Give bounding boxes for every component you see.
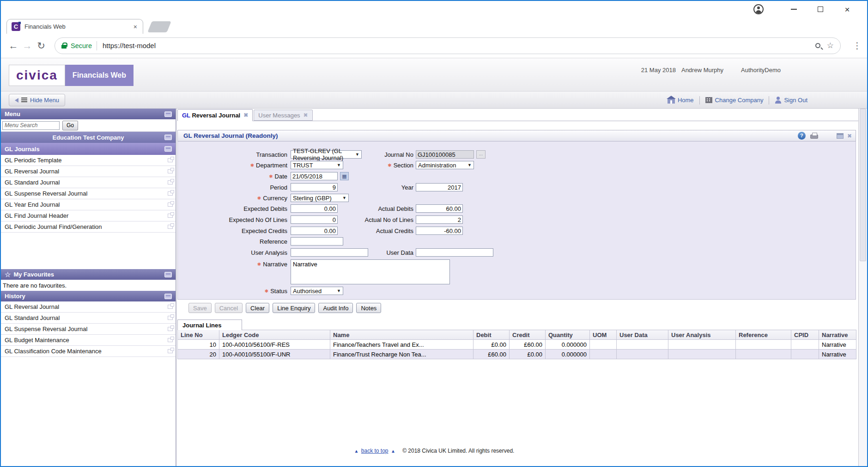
clear-button[interactable]: Clear	[246, 303, 269, 313]
print-icon[interactable]	[810, 135, 818, 139]
menu-header[interactable]: Menu	[1, 109, 176, 119]
open-new-window-icon[interactable]	[168, 316, 173, 320]
panel-icon[interactable]	[164, 272, 172, 277]
bookmark-star-icon[interactable]: ☆	[827, 41, 834, 50]
open-new-window-icon[interactable]	[168, 191, 173, 196]
close-tab-icon[interactable]: ✖	[303, 112, 308, 118]
sidebar-item-gl-suspense-reversal-journal[interactable]: GL Suspense Reversal Journal	[1, 188, 176, 199]
civica-logo: civica Financials Web	[9, 65, 134, 86]
col-quantity[interactable]: Quantity	[546, 330, 590, 340]
new-tab-button[interactable]	[147, 21, 171, 32]
close-button[interactable]: ×	[834, 3, 861, 16]
tab-user-messages[interactable]: User Messages ✖	[254, 110, 312, 121]
detach-window-icon[interactable]	[837, 133, 844, 139]
sidebar-item-gl-find-journal-header[interactable]: GL Find Journal Header	[1, 210, 176, 221]
actual-lines-input[interactable]	[416, 215, 463, 224]
col-debit[interactable]: Debit	[473, 330, 510, 340]
panel-icon[interactable]	[164, 111, 172, 117]
tab-gl-reversal-journal[interactable]: GL Reversal Journal ✖	[177, 109, 253, 121]
col-user-analysis[interactable]: User Analysis	[668, 330, 736, 340]
home-link[interactable]: Home	[668, 97, 694, 104]
open-new-window-icon[interactable]	[168, 158, 173, 162]
col-uom[interactable]: UOM	[590, 330, 617, 340]
open-new-window-icon[interactable]	[168, 214, 173, 218]
col-narrative[interactable]: Narrative	[819, 330, 856, 340]
currency-select[interactable]: Sterling (GBP)▼	[291, 194, 349, 202]
browser-menu-icon[interactable]: ⋮	[853, 40, 862, 51]
history-item-gl-reversal-journal[interactable]: GL Reversal Journal	[1, 301, 176, 313]
scrollbar-thumb[interactable]	[860, 109, 866, 261]
browser-tab[interactable]: C Financials Web ×	[6, 19, 143, 34]
help-icon[interactable]: ?	[798, 132, 806, 140]
history-item-gl-classification-code-maintenance[interactable]: GL Classification Code Maintenance	[1, 346, 176, 357]
actual-credits-input[interactable]	[416, 227, 463, 235]
user-data-input[interactable]	[416, 248, 493, 257]
nav-divider	[699, 96, 700, 104]
sidebar-item-gl-year-end-journal[interactable]: GL Year End Journal	[1, 199, 176, 210]
panel-icon[interactable]	[164, 135, 172, 140]
open-new-window-icon[interactable]	[168, 169, 173, 173]
section-select[interactable]: Administration▼	[416, 161, 474, 169]
sign-out-link[interactable]: Sign Out	[775, 97, 807, 104]
profile-icon[interactable]	[753, 4, 764, 14]
col-cpid[interactable]: CPID	[791, 330, 819, 340]
col-user-data[interactable]: User Data	[617, 330, 668, 340]
reload-icon[interactable]: ↻	[34, 40, 48, 51]
table-row[interactable]: 10 100-A0010/56100/F-RES Finance/Teacher…	[178, 340, 856, 350]
actual-debits-input[interactable]	[416, 204, 463, 213]
calendar-icon[interactable]: ▦	[340, 172, 349, 180]
sidebar-item-gl-periodic-journal-find-generation[interactable]: GL Periodic Journal Find/Generation	[1, 221, 176, 233]
favourites-header[interactable]: ☆ My Favourites	[1, 269, 176, 280]
menu-search-input[interactable]	[2, 121, 60, 130]
open-new-window-icon[interactable]	[168, 180, 173, 184]
back-to-top-link[interactable]: back to top	[361, 448, 388, 454]
open-new-window-icon[interactable]	[168, 203, 173, 207]
col-name[interactable]: Name	[330, 330, 473, 340]
sidebar-item-gl-standard-journal[interactable]: GL Standard Journal	[1, 177, 176, 188]
address-bar[interactable]: Secure https://test-model ☆	[55, 37, 841, 54]
maximize-button[interactable]	[807, 3, 834, 16]
reference-input[interactable]	[291, 237, 343, 246]
notes-button[interactable]: Notes	[356, 303, 381, 313]
open-new-window-icon[interactable]	[168, 327, 173, 331]
open-new-window-icon[interactable]	[168, 225, 173, 229]
scrollbar[interactable]	[858, 109, 867, 466]
history-item-gl-budget-maintenance[interactable]: GL Budget Maintenance	[1, 335, 176, 346]
go-button[interactable]: Go	[62, 121, 78, 130]
url-text[interactable]: https://test-model	[103, 42, 811, 49]
col-credit[interactable]: Credit	[510, 330, 546, 340]
open-new-window-icon[interactable]	[168, 305, 173, 309]
journal-lines-tab[interactable]: Journal Lines	[177, 320, 242, 330]
favourites-empty-text: There are no favourites.	[1, 280, 176, 291]
journal-no-lookup-button[interactable]: ...	[476, 150, 486, 159]
close-page-icon[interactable]: ✖	[847, 133, 852, 139]
gl-journals-header[interactable]: GL Journals	[1, 143, 176, 155]
audit-info-button[interactable]: Audit Info	[318, 303, 353, 313]
sidebar-item-gl-reversal-journal[interactable]: GL Reversal Journal	[1, 166, 176, 177]
open-new-window-icon[interactable]	[168, 349, 173, 353]
sidebar-item-gl-periodic-template[interactable]: GL Periodic Template	[1, 155, 176, 166]
narrative-textarea[interactable]: Narrative	[291, 259, 450, 284]
date-input[interactable]	[291, 172, 338, 180]
year-input[interactable]	[416, 183, 463, 191]
hide-menu-button[interactable]: Hide Menu	[9, 94, 65, 106]
col-reference[interactable]: Reference	[736, 330, 791, 340]
status-select[interactable]: Authorised▼	[291, 287, 343, 295]
col-line-no[interactable]: Line No	[178, 330, 219, 340]
zoom-icon[interactable]	[815, 43, 820, 48]
col-ledger-code[interactable]: Ledger Code	[219, 330, 330, 340]
minimize-button[interactable]	[780, 3, 807, 16]
history-item-gl-suspense-reversal-journal[interactable]: GL Suspense Reversal Journal	[1, 324, 176, 335]
history-header[interactable]: History	[1, 291, 176, 301]
change-company-link[interactable]: Change Company	[705, 97, 764, 104]
table-row[interactable]: 20 100-A0010/55100/F-UNR Finance/Trust R…	[178, 350, 856, 359]
line-enquiry-button[interactable]: Line Enquiry	[273, 303, 315, 313]
open-new-window-icon[interactable]	[168, 338, 173, 342]
open-window-icon[interactable]	[164, 146, 172, 152]
close-tab-icon[interactable]: ✖	[243, 112, 248, 118]
panel-icon[interactable]	[164, 294, 172, 299]
back-icon[interactable]: ←	[6, 40, 20, 51]
history-item-gl-standard-journal[interactable]: GL Standard Journal	[1, 313, 176, 324]
company-header[interactable]: Education Test Company	[1, 132, 176, 143]
tab-close-icon[interactable]: ×	[133, 23, 138, 31]
